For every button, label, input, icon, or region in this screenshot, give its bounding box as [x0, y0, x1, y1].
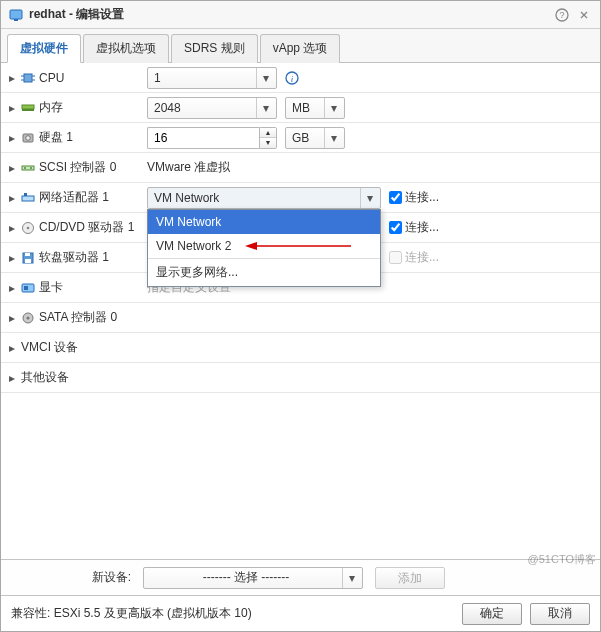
- svg-text:?: ?: [559, 10, 564, 20]
- hardware-rows: ▸ CPU 1 ▾ i: [1, 63, 600, 559]
- memory-unit: MB: [292, 101, 324, 115]
- network-option-vm-network-2[interactable]: VM Network 2: [148, 234, 380, 258]
- svg-rect-18: [22, 196, 34, 201]
- expand-icon[interactable]: [576, 7, 592, 23]
- expander-icon[interactable]: ▸: [7, 283, 17, 293]
- chevron-down-icon: ▾: [360, 188, 378, 208]
- add-device-button: 添加: [375, 567, 445, 589]
- network-icon: [21, 191, 35, 205]
- chevron-down-icon: ▾: [324, 98, 342, 118]
- vm-icon: [9, 8, 23, 22]
- spinner-down-button[interactable]: ▼: [260, 138, 276, 148]
- chevron-down-icon: ▾: [256, 98, 274, 118]
- cddvd-label: CD/DVD 驱动器 1: [39, 219, 134, 236]
- cpu-label: CPU: [39, 71, 64, 85]
- network-select[interactable]: VM Network ▾: [147, 187, 381, 209]
- disk-icon: [21, 131, 35, 145]
- expander-icon[interactable]: ▸: [7, 133, 17, 143]
- info-icon[interactable]: i: [285, 71, 299, 85]
- floppy-label: 软盘驱动器 1: [39, 249, 109, 266]
- sata-label: SATA 控制器 0: [39, 309, 117, 326]
- ok-button[interactable]: 确定: [462, 603, 522, 625]
- expander-icon[interactable]: ▸: [7, 193, 17, 203]
- video-label: 显卡: [39, 279, 63, 296]
- svg-rect-15: [22, 166, 34, 170]
- spinner-up-button[interactable]: ▲: [260, 128, 276, 139]
- expander-icon[interactable]: ▸: [7, 343, 17, 353]
- tab-bar: 虚拟硬件 虚拟机选项 SDRS 规则 vApp 选项: [1, 29, 600, 63]
- network-value: VM Network: [154, 191, 360, 205]
- memory-unit-select[interactable]: MB ▾: [285, 97, 345, 119]
- new-device-label: 新设备:: [11, 569, 131, 586]
- tab-label: vApp 选项: [273, 41, 328, 55]
- network-select-wrap: VM Network ▾ VM Network VM Network 2: [147, 187, 381, 209]
- svg-rect-1: [14, 19, 18, 21]
- cancel-label: 取消: [548, 605, 572, 622]
- new-device-row: 新设备: ------- 选择 ------- ▾ 添加: [1, 559, 600, 595]
- scsi-label: SCSI 控制器 0: [39, 159, 116, 176]
- network-option-more[interactable]: 显示更多网络...: [148, 258, 380, 286]
- tab-vapp-options[interactable]: vApp 选项: [260, 34, 341, 63]
- svg-point-17: [30, 167, 32, 169]
- row-disk: ▸ 硬盘 1 ▲ ▼ GB: [1, 123, 600, 153]
- svg-rect-11: [22, 105, 34, 109]
- help-icon[interactable]: ?: [554, 7, 570, 23]
- compatibility-text: 兼容性: ESXi 5.5 及更高版本 (虚拟机版本 10): [11, 605, 454, 622]
- row-cpu: ▸ CPU 1 ▾ i: [1, 63, 600, 93]
- dialog-title: redhat - 编辑设置: [29, 6, 124, 23]
- cddvd-connect-checkbox[interactable]: [389, 221, 402, 234]
- svg-rect-12: [22, 109, 34, 111]
- floppy-connect-label: 连接...: [405, 249, 439, 266]
- tab-virtual-hardware[interactable]: 虚拟硬件: [7, 34, 81, 63]
- expander-icon[interactable]: ▸: [7, 223, 17, 233]
- other-label: 其他设备: [21, 369, 69, 386]
- expander-icon[interactable]: ▸: [7, 373, 17, 383]
- network-connect-checkbox[interactable]: [389, 191, 402, 204]
- memory-icon: [21, 101, 35, 115]
- disk-unit: GB: [292, 131, 324, 145]
- svg-rect-28: [24, 286, 28, 290]
- svg-point-30: [27, 316, 30, 319]
- row-vmci: ▸ VMCI 设备: [1, 333, 600, 363]
- svg-rect-0: [10, 10, 22, 19]
- row-other: ▸ 其他设备: [1, 363, 600, 393]
- tab-vm-options[interactable]: 虚拟机选项: [83, 34, 169, 63]
- memory-value: 2048: [154, 101, 256, 115]
- scsi-value: VMware 准虚拟: [147, 159, 230, 176]
- network-dropdown-list: VM Network VM Network 2: [147, 209, 381, 287]
- tab-sdrs-rules[interactable]: SDRS 规则: [171, 34, 258, 63]
- option-label: 显示更多网络...: [156, 264, 238, 281]
- svg-text:i: i: [291, 73, 294, 83]
- add-label: 添加: [398, 571, 422, 585]
- option-label: VM Network 2: [156, 239, 231, 253]
- expander-icon[interactable]: ▸: [7, 163, 17, 173]
- expander-icon[interactable]: ▸: [7, 253, 17, 263]
- expander-icon[interactable]: ▸: [7, 103, 17, 113]
- new-device-select[interactable]: ------- 选择 ------- ▾: [143, 567, 363, 589]
- title-bar: redhat - 编辑设置 ?: [1, 1, 600, 29]
- cddvd-icon: [21, 221, 35, 235]
- svg-point-14: [26, 135, 31, 140]
- vmci-label: VMCI 设备: [21, 339, 78, 356]
- network-option-vm-network[interactable]: VM Network: [148, 210, 380, 234]
- memory-label: 内存: [39, 99, 63, 116]
- row-sata: ▸ SATA 控制器 0: [1, 303, 600, 333]
- disk-label: 硬盘 1: [39, 129, 73, 146]
- svg-rect-19: [24, 193, 27, 196]
- disk-unit-select[interactable]: GB ▾: [285, 127, 345, 149]
- disk-value-input[interactable]: [147, 127, 259, 149]
- tab-label: 虚拟硬件: [20, 41, 68, 55]
- cpu-select[interactable]: 1 ▾: [147, 67, 277, 89]
- memory-select[interactable]: 2048 ▾: [147, 97, 277, 119]
- dialog-footer: 兼容性: ESXi 5.5 及更高版本 (虚拟机版本 10) 确定 取消: [1, 595, 600, 631]
- expander-icon[interactable]: ▸: [7, 73, 17, 83]
- cancel-button[interactable]: 取消: [530, 603, 590, 625]
- svg-marker-21: [245, 242, 257, 250]
- floppy-connect-checkbox: [389, 251, 402, 264]
- chevron-down-icon: ▾: [256, 68, 274, 88]
- expander-icon[interactable]: ▸: [7, 313, 17, 323]
- disk-spinner: ▲ ▼: [147, 127, 277, 149]
- svg-rect-26: [25, 259, 31, 263]
- svg-point-23: [27, 226, 30, 229]
- tab-label: SDRS 规则: [184, 41, 245, 55]
